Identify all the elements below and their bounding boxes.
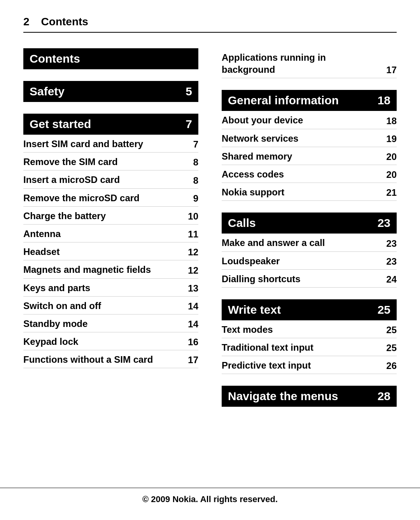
toc-num: 21 (385, 187, 397, 198)
table-row: Remove the microSD card 9 (23, 189, 198, 207)
left-column: Contents Safety 5 Get started 7 Insert S… (23, 48, 198, 418)
toc-num: 8 (187, 157, 198, 168)
table-row: Network services 19 (222, 129, 397, 147)
toc-label: Nokia support (222, 186, 385, 198)
table-row: Insert SIM card and battery 7 (23, 135, 198, 153)
table-row: Antenna 11 (23, 225, 198, 242)
toc-num: 13 (187, 283, 198, 294)
toc-label: Make and answer a call (222, 237, 385, 249)
toc-label: Functions without a SIM card (23, 353, 187, 365)
table-row: Keypad lock 16 (23, 332, 198, 350)
toc-label: Charge the battery (23, 210, 187, 222)
general_information-num: 18 (378, 94, 390, 107)
section-general_information: General information 18 About your device… (222, 90, 397, 201)
section-get-started: Get started 7 Insert SIM card and batter… (23, 114, 198, 368)
general_information-label: General information (228, 94, 339, 107)
toc-num: 8 (187, 175, 198, 186)
toc-label: Text modes (222, 323, 385, 336)
table-row: Loudspeaker 23 (222, 252, 397, 270)
table-row: Nokia support 21 (222, 183, 397, 201)
contents-header-label: Contents (30, 52, 80, 65)
standalone-label: Applications running in background (222, 51, 385, 76)
toc-num: 10 (187, 211, 198, 222)
toc-label: Magnets and magnetic fields (23, 264, 187, 276)
write_text-label: Write text (228, 303, 281, 316)
toc-num: 12 (187, 247, 198, 258)
contents-header: Contents (23, 48, 198, 69)
table-row: Keys and parts 13 (23, 279, 198, 297)
toc-num: 14 (187, 319, 198, 330)
standalone-num: 17 (385, 65, 397, 76)
toc-num: 25 (385, 325, 397, 336)
table-row: About your device 18 (222, 111, 397, 129)
section-calls: Calls 23 Make and answer a call 23 Louds… (222, 213, 397, 288)
toc-num: 9 (187, 193, 198, 204)
toc-label: Remove the SIM card (23, 156, 187, 168)
page: 2 Contents Contents Safety 5 Get started (0, 0, 420, 520)
toc-label: Antenna (23, 228, 187, 240)
page-footer: © 2009 Nokia. All rights reserved. (0, 488, 420, 504)
table-row: Predictive text input 26 (222, 356, 397, 374)
toc-label: About your device (222, 114, 385, 126)
footer-text: © 2009 Nokia. All rights reserved. (142, 494, 278, 504)
safety-header: Safety 5 (23, 81, 198, 102)
toc-label: Network services (222, 132, 385, 144)
two-column-layout: Contents Safety 5 Get started 7 Insert S… (23, 48, 397, 418)
table-row: Shared memory 20 (222, 147, 397, 165)
navigate_menus-num: 28 (378, 390, 390, 403)
get-started-header: Get started 7 (23, 114, 198, 135)
toc-label: Insert SIM card and battery (23, 138, 187, 150)
toc-label: Switch on and off (23, 300, 187, 312)
toc-label: Shared memory (222, 150, 385, 162)
section-write_text: Write text 25 Text modes 25 Traditional … (222, 299, 397, 374)
calls-label: Calls (228, 216, 256, 230)
table-row: Standby mode 14 (23, 314, 198, 332)
calls-header: Calls 23 (222, 213, 397, 234)
right-column: Applications running in background 17 Ge… (222, 48, 397, 418)
toc-num: 24 (385, 274, 397, 285)
toc-num: 17 (187, 355, 198, 365)
toc-num: 14 (187, 301, 198, 312)
standalone-entry: Applications running in background 17 (222, 48, 397, 78)
toc-label: Remove the microSD card (23, 192, 187, 204)
toc-label: Access codes (222, 168, 385, 180)
toc-label: Headset (23, 246, 187, 258)
toc-label: Insert a microSD card (23, 174, 187, 186)
toc-label: Loudspeaker (222, 255, 385, 267)
safety-num: 5 (186, 85, 192, 98)
table-row: Switch on and off 14 (23, 297, 198, 314)
table-row: Make and answer a call 23 (222, 234, 397, 251)
get-started-items: Insert SIM card and battery 7 Remove the… (23, 135, 198, 368)
table-row: Access codes 20 (222, 165, 397, 183)
table-row: Remove the SIM card 8 (23, 153, 198, 170)
toc-num: 20 (385, 151, 397, 162)
toc-label: Predictive text input (222, 359, 385, 371)
toc-num: 11 (187, 229, 198, 240)
toc-label: Keypad lock (23, 336, 187, 348)
get-started-num: 7 (186, 118, 192, 131)
toc-num: 12 (187, 265, 198, 276)
toc-label: Traditional text input (222, 341, 385, 353)
get-started-label: Get started (30, 118, 91, 131)
toc-label: Keys and parts (23, 282, 187, 294)
page-title: Contents (41, 16, 88, 28)
toc-num: 23 (385, 256, 397, 267)
general_information-header: General information 18 (222, 90, 397, 111)
table-row: Functions without a SIM card 17 (23, 350, 198, 368)
toc-num: 20 (385, 169, 397, 180)
navigate_menus-header: Navigate the menus 28 (222, 386, 397, 407)
write_text-header: Write text 25 (222, 299, 397, 320)
toc-label: Standby mode (23, 318, 187, 330)
page-number: 2 (23, 16, 30, 28)
calls-num: 23 (378, 216, 390, 230)
write_text-num: 25 (378, 303, 390, 316)
toc-label: Dialling shortcuts (222, 273, 385, 285)
safety-label: Safety (30, 85, 65, 98)
right-sections-container: General information 18 About your device… (222, 90, 397, 407)
table-row: Magnets and magnetic fields 12 (23, 260, 198, 278)
toc-num: 19 (385, 134, 397, 144)
toc-num: 26 (385, 360, 397, 371)
table-row: Insert a microSD card 8 (23, 170, 198, 188)
toc-num: 16 (187, 337, 198, 348)
toc-num: 25 (385, 343, 397, 353)
